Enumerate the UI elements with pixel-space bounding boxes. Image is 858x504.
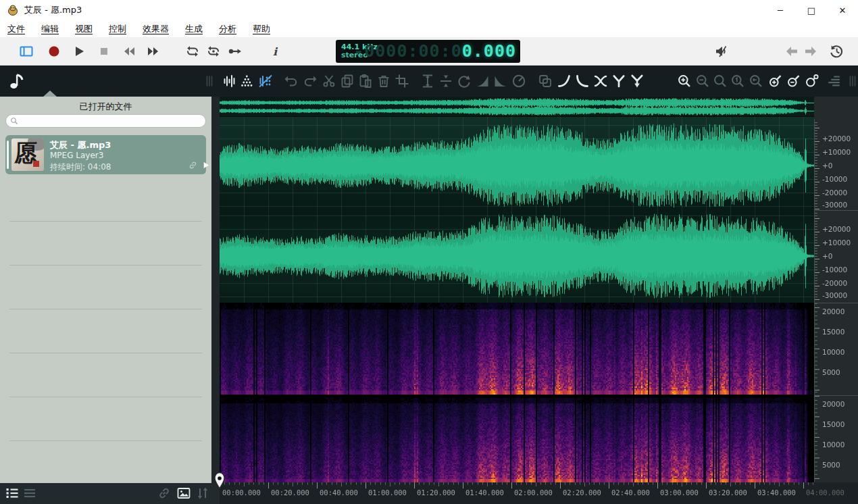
record-button[interactable] bbox=[46, 43, 62, 59]
time-tick-label: 01:40.000 bbox=[465, 488, 504, 497]
menu-item-7[interactable]: 帮助 bbox=[253, 23, 270, 35]
scale-tick-label: -10000 bbox=[822, 175, 847, 183]
menu-item-2[interactable]: 视图 bbox=[75, 23, 93, 35]
search-input[interactable] bbox=[20, 116, 205, 126]
scale-tick-label: 20000 bbox=[822, 307, 844, 316]
waveform-view-icon[interactable] bbox=[222, 73, 238, 89]
fade-in-icon[interactable] bbox=[474, 73, 490, 89]
menu-item-0[interactable]: 文件 bbox=[7, 23, 25, 35]
levels-icon[interactable] bbox=[826, 73, 842, 89]
time-tick-label: 01:00.000 bbox=[368, 488, 407, 497]
undo-icon[interactable] bbox=[283, 73, 299, 89]
time-digits-dim: -0000:00:0 bbox=[353, 41, 462, 61]
trim-icon[interactable] bbox=[394, 73, 410, 89]
application-window: 艾辰 - 愿.mp3 ─ □ ✕ 文件编辑视图控制效果器生成分析帮助 44.1 … bbox=[0, 0, 858, 504]
mute-toggle-icon[interactable] bbox=[713, 43, 730, 59]
vertical-zoom-out-icon[interactable] bbox=[786, 73, 802, 89]
drag-handle2-icon[interactable] bbox=[844, 73, 858, 89]
play-file-icon[interactable] bbox=[200, 159, 211, 171]
redo-icon[interactable] bbox=[302, 73, 318, 89]
link-files-icon[interactable] bbox=[156, 485, 172, 501]
compact-view-icon[interactable] bbox=[22, 485, 38, 501]
play-through-button[interactable] bbox=[227, 43, 243, 59]
gain-icon[interactable] bbox=[511, 73, 527, 89]
waveform-view[interactable] bbox=[220, 117, 814, 303]
stop-button[interactable] bbox=[96, 43, 112, 59]
vertical-zoom-reset-icon[interactable] bbox=[804, 73, 820, 89]
split-view-icon[interactable] bbox=[257, 73, 274, 89]
paste-icon[interactable] bbox=[357, 73, 374, 89]
album-art: 愿 bbox=[11, 138, 44, 171]
list-view-icon[interactable] bbox=[4, 485, 20, 501]
drag-handle-icon[interactable] bbox=[201, 73, 218, 89]
loop-button[interactable] bbox=[184, 43, 201, 59]
menu-item-1[interactable]: 编辑 bbox=[41, 23, 59, 35]
rewind-button[interactable] bbox=[121, 43, 137, 59]
cut-icon[interactable] bbox=[321, 73, 337, 89]
edit-toolbar bbox=[0, 66, 858, 97]
scale-tick-label: 20000 bbox=[822, 400, 844, 408]
menu-item-3[interactable]: 控制 bbox=[109, 23, 126, 35]
zoom-selection-icon[interactable] bbox=[748, 73, 764, 89]
sidebar-footer-bar bbox=[0, 483, 220, 504]
reverse-icon[interactable] bbox=[456, 73, 472, 89]
music-note-icon bbox=[7, 71, 27, 91]
window-title: 艾辰 - 愿.mp3 bbox=[24, 4, 82, 16]
playhead-pin[interactable] bbox=[213, 472, 226, 490]
album-art-toggle-icon[interactable] bbox=[176, 485, 192, 501]
time-tick-label: 00:00.000 bbox=[222, 488, 261, 497]
nav-forward-icon[interactable] bbox=[803, 43, 819, 59]
audio-editor: 00:00.00000:20.00000:40.00001:00.00001:2… bbox=[220, 97, 858, 504]
scale-tick-label: 10000 bbox=[822, 440, 844, 449]
zoom-one-icon[interactable] bbox=[730, 73, 746, 89]
zoom-in-icon[interactable] bbox=[676, 73, 692, 89]
delete-icon[interactable] bbox=[376, 73, 392, 89]
history-icon[interactable] bbox=[828, 43, 844, 59]
maximize-button[interactable]: □ bbox=[796, 0, 827, 20]
overview-strip[interactable] bbox=[220, 97, 814, 116]
silence-icon[interactable] bbox=[438, 73, 454, 89]
vertical-zoom-in-icon[interactable] bbox=[767, 73, 784, 89]
time-tick-label: 00:40.000 bbox=[320, 488, 358, 497]
file-search-box[interactable] bbox=[5, 114, 206, 128]
content-area: 已打开的文件 愿 艾辰 - 愿.mp3 MPEG Layer3 持续时间: 04… bbox=[0, 97, 858, 504]
nav-back-icon[interactable] bbox=[784, 43, 800, 59]
split-channels-icon[interactable] bbox=[611, 73, 627, 89]
menu-item-4[interactable]: 效果器 bbox=[143, 23, 169, 35]
sidebar-toggle-icon[interactable] bbox=[18, 43, 34, 59]
fade-out-icon[interactable] bbox=[493, 73, 509, 89]
time-display: 44.1 kHz stereo -0000:00:00.000 bbox=[336, 40, 520, 63]
curve-exp-icon[interactable] bbox=[556, 73, 572, 89]
scale-tick-label: -20000 bbox=[822, 279, 847, 287]
play-button[interactable] bbox=[71, 43, 87, 59]
panel-splitter[interactable] bbox=[211, 97, 220, 504]
menu-item-6[interactable]: 分析 bbox=[219, 23, 236, 35]
zoom-out-icon[interactable] bbox=[695, 73, 711, 89]
scale-tick-label: 15000 bbox=[822, 328, 844, 336]
normalize-icon[interactable] bbox=[420, 73, 436, 89]
list-separator bbox=[9, 397, 202, 397]
loop-selection-button[interactable] bbox=[205, 43, 222, 59]
close-button[interactable]: ✕ bbox=[827, 0, 858, 20]
minimize-button[interactable]: ─ bbox=[765, 0, 796, 20]
info-button[interactable]: i bbox=[267, 43, 283, 59]
copy-icon[interactable] bbox=[339, 73, 355, 89]
merge-channels-icon[interactable] bbox=[629, 73, 645, 89]
sort-files-icon[interactable] bbox=[195, 485, 211, 501]
time-tick-label: 03:00.000 bbox=[660, 488, 699, 497]
duplicate-icon[interactable] bbox=[537, 73, 553, 89]
app-logo-icon bbox=[7, 4, 19, 16]
sidebar-tab-pointer bbox=[43, 91, 57, 97]
file-list-item[interactable]: 愿 艾辰 - 愿.mp3 MPEG Layer3 持续时间: 04:08 bbox=[5, 135, 206, 174]
spectrogram-view[interactable] bbox=[220, 303, 814, 482]
menu-item-5[interactable]: 生成 bbox=[185, 23, 203, 35]
link-icon bbox=[187, 159, 199, 171]
curve-log-icon[interactable] bbox=[574, 73, 590, 89]
sidebar-title: 已打开的文件 bbox=[0, 97, 211, 113]
zoom-fit-icon[interactable] bbox=[712, 73, 728, 89]
crossfade-icon[interactable] bbox=[592, 73, 609, 89]
spectrogram-view-icon[interactable] bbox=[239, 73, 255, 89]
titlebar: 艾辰 - 愿.mp3 ─ □ ✕ bbox=[0, 0, 858, 20]
album-art-seal bbox=[33, 161, 39, 167]
fast-forward-button[interactable] bbox=[145, 43, 161, 59]
